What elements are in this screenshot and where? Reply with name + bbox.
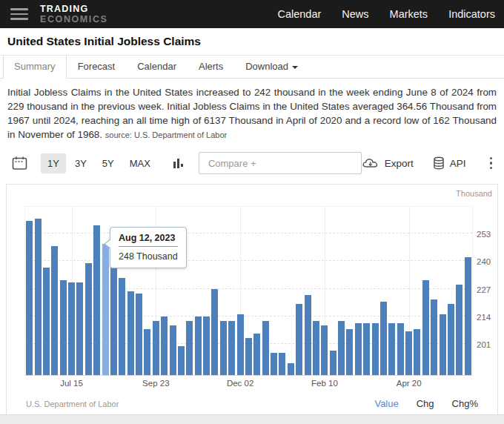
navbar-link-calendar[interactable]: Calendar: [277, 8, 321, 20]
bar[interactable]: [422, 280, 429, 375]
bar[interactable]: [363, 323, 370, 375]
chart-type-icon[interactable]: [173, 158, 184, 169]
bar-slot: [270, 207, 278, 375]
bar[interactable]: [153, 321, 159, 375]
bar-highlighted[interactable]: [102, 244, 109, 375]
bar[interactable]: [279, 353, 285, 375]
bar-slot: [262, 207, 270, 375]
bar[interactable]: [178, 346, 185, 375]
bar[interactable]: [465, 257, 471, 375]
chart-toolbar: 1Y3Y5YMAX Export: [7, 151, 497, 175]
bar-slot: [413, 207, 421, 375]
bar[interactable]: [220, 321, 227, 375]
footer-link-chg[interactable]: Chg: [417, 398, 434, 409]
chart-footer-links: ValueChgChg%: [374, 398, 478, 409]
bar[interactable]: [43, 268, 50, 375]
bar[interactable]: [245, 338, 252, 375]
bar[interactable]: [296, 304, 302, 375]
trading-economics-logo[interactable]: TRADING ECONOMICS: [40, 4, 108, 24]
bar[interactable]: [68, 282, 75, 375]
bar-slot: [253, 207, 261, 375]
navbar-link-indicators[interactable]: Indicators: [448, 8, 495, 20]
bar[interactable]: [144, 329, 150, 375]
bar[interactable]: [405, 331, 412, 375]
bar[interactable]: [237, 314, 244, 375]
bar-slot: [185, 207, 193, 375]
bar[interactable]: [346, 329, 353, 375]
calendar-icon[interactable]: [12, 156, 27, 170]
top-navbar: TRADING ECONOMICS CalendarNewsMarketsInd…: [0, 0, 504, 28]
bar[interactable]: [93, 225, 100, 376]
range-button-5y[interactable]: 5Y: [96, 153, 121, 173]
bar[interactable]: [211, 289, 218, 375]
bar[interactable]: [262, 321, 269, 375]
navbar-link-news[interactable]: News: [342, 8, 368, 20]
range-button-3y[interactable]: 3Y: [68, 153, 93, 173]
bar[interactable]: [388, 323, 395, 375]
bar[interactable]: [330, 351, 336, 375]
plot-area: Aug 12, 2023 248 Thousand 20121422724025…: [24, 206, 473, 376]
tab-alerts[interactable]: Alerts: [188, 56, 234, 79]
bar[interactable]: [136, 294, 142, 376]
compare-input[interactable]: [199, 152, 362, 174]
bar[interactable]: [313, 321, 319, 375]
bar[interactable]: [380, 302, 387, 375]
bar[interactable]: [110, 265, 117, 375]
bar-slot: [278, 207, 286, 375]
x-axis-label: Dec 02: [227, 379, 253, 388]
bar-slot: [337, 207, 345, 375]
bar-slot: [76, 207, 84, 375]
bar[interactable]: [85, 263, 92, 375]
tab-download[interactable]: Download: [234, 56, 309, 79]
toolbar-right: Export API: [362, 156, 497, 171]
tab-summary[interactable]: Summary: [3, 56, 67, 79]
bar[interactable]: [186, 321, 193, 375]
bar[interactable]: [397, 323, 404, 375]
api-button[interactable]: API: [433, 156, 466, 170]
footer-link-chgpct[interactable]: Chg%: [452, 398, 478, 409]
tab-calendar[interactable]: Calendar: [126, 56, 188, 79]
bar[interactable]: [161, 317, 168, 375]
bar[interactable]: [119, 278, 125, 375]
bar[interactable]: [448, 304, 454, 375]
bar[interactable]: [440, 314, 446, 375]
bar[interactable]: [338, 321, 345, 375]
bar[interactable]: [203, 317, 210, 375]
bar[interactable]: [76, 282, 83, 375]
tooltip-date: Aug 12, 2023: [119, 233, 178, 247]
bar[interactable]: [35, 219, 42, 375]
range-button-max[interactable]: MAX: [123, 153, 157, 173]
bar[interactable]: [271, 353, 277, 375]
bar[interactable]: [456, 285, 462, 375]
bar[interactable]: [414, 329, 420, 375]
bar-slot: [320, 207, 328, 375]
bar-slot: [379, 207, 388, 375]
bar[interactable]: [355, 323, 362, 375]
bar[interactable]: [431, 299, 437, 375]
bar[interactable]: [305, 295, 311, 375]
x-axis-label: Feb 10: [311, 379, 338, 388]
bar[interactable]: [127, 291, 134, 376]
bar-slot: [42, 207, 50, 375]
bar[interactable]: [195, 317, 202, 375]
hamburger-menu-icon[interactable]: [10, 8, 28, 20]
range-button-1y[interactable]: 1Y: [41, 153, 66, 173]
bar-slot: [464, 207, 472, 375]
tab-forecast[interactable]: Forecast: [67, 56, 127, 79]
bar[interactable]: [253, 334, 260, 375]
navbar-link-markets[interactable]: Markets: [390, 8, 428, 20]
bar[interactable]: [170, 325, 176, 376]
bar-slot: [101, 207, 109, 375]
bar[interactable]: [51, 246, 58, 375]
bar-slot: [354, 207, 362, 375]
export-button[interactable]: Export: [362, 157, 414, 170]
bar[interactable]: [321, 325, 328, 376]
bar[interactable]: [26, 221, 33, 375]
bar[interactable]: [372, 323, 379, 375]
bar[interactable]: [228, 321, 235, 375]
footer-link-value[interactable]: Value: [374, 398, 398, 409]
bar[interactable]: [60, 280, 67, 375]
more-options-icon[interactable]: [485, 156, 497, 171]
bar[interactable]: [288, 363, 294, 375]
bar-slot: [228, 207, 236, 375]
